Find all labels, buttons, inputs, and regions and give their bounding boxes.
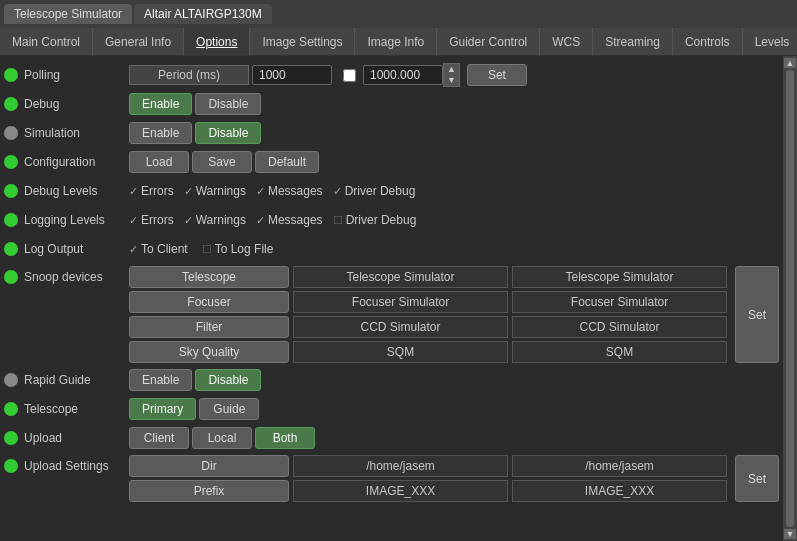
rapid-guide-disable-btn[interactable]: Disable <box>195 369 261 391</box>
rapid-guide-row: Rapid Guide Enable Disable <box>4 367 779 393</box>
upload-dir-btn[interactable]: Dir <box>129 455 289 477</box>
upload-local-btn[interactable]: Local <box>192 427 252 449</box>
snoop-skyquality-btn[interactable]: Sky Quality <box>129 341 289 363</box>
simulation-indicator <box>4 126 18 140</box>
upload-col3: /home/jasem IMAGE_XXX <box>512 455 727 502</box>
upload-indicator <box>4 431 18 445</box>
polling-controls: Period (ms) ▲ ▼ Set <box>129 63 779 87</box>
configuration-controls: Load Save Default <box>129 151 779 173</box>
rapid-guide-enable-btn[interactable]: Enable <box>129 369 192 391</box>
snoop-set-btn[interactable]: Set <box>735 266 779 363</box>
snoop-telescope-btn[interactable]: Telescope <box>129 266 289 288</box>
spin-down[interactable]: ▼ <box>444 75 459 86</box>
polling-set-btn[interactable]: Set <box>467 64 527 86</box>
telescope-label: Telescope <box>24 402 129 416</box>
telescope-indicator <box>4 402 18 416</box>
snoop-devices-label: Snoop devices <box>24 270 129 284</box>
log-to-client[interactable]: ✓ To Client <box>129 242 188 256</box>
snoop-focuser-btn[interactable]: Focuser <box>129 291 289 313</box>
tab-image-settings[interactable]: Image Settings <box>250 28 355 55</box>
debug-enable-btn[interactable]: Enable <box>129 93 192 115</box>
rapid-guide-label: Rapid Guide <box>24 373 129 387</box>
polling-value-input[interactable] <box>252 65 332 85</box>
configuration-label: Configuration <box>24 155 129 169</box>
debug-row: Debug Enable Disable <box>4 91 779 117</box>
config-default-btn[interactable]: Default <box>255 151 319 173</box>
main-scroll-area[interactable]: Polling Period (ms) ▲ ▼ Set Debug <box>0 56 783 541</box>
upload-settings-row: Upload Settings Dir Prefix /home/jasem I… <box>4 455 779 502</box>
polling-spinbox[interactable]: ▲ ▼ <box>443 63 460 87</box>
period-label: Period (ms) <box>129 65 249 85</box>
logging-levels-label: Logging Levels <box>24 213 129 227</box>
tab-image-info[interactable]: Image Info <box>355 28 437 55</box>
telescope-guide-btn[interactable]: Guide <box>199 398 259 420</box>
title-bar: Telescope Simulator Altair ALTAIRGP130M <box>0 0 797 28</box>
polling-spin-value[interactable] <box>363 65 443 85</box>
upload-dir-col3: /home/jasem <box>512 455 727 477</box>
upload-prefix-btn[interactable]: Prefix <box>129 480 289 502</box>
tab-options[interactable]: Options <box>184 28 250 55</box>
scroll-up-btn[interactable]: ▲ <box>784 58 796 68</box>
logging-driver-debug[interactable]: ☐ Driver Debug <box>333 213 417 227</box>
snoop-skyquality-col2: SQM <box>293 341 508 363</box>
scroll-thumb[interactable] <box>786 70 794 527</box>
tab-guider-control[interactable]: Guider Control <box>437 28 540 55</box>
log-output-label: Log Output <box>24 242 129 256</box>
upload-both-btn[interactable]: Both <box>255 427 315 449</box>
logging-levels-controls: ✓ Errors ✓ Warnings ✓ Messages ☐ Driver … <box>129 213 779 227</box>
upload-btn-col: Dir Prefix <box>129 455 289 502</box>
log-to-file[interactable]: ☐ To Log File <box>202 242 274 256</box>
rapid-guide-controls: Enable Disable <box>129 369 779 391</box>
scrollbar[interactable]: ▲ ▼ <box>783 56 797 541</box>
debug-levels-row: Debug Levels ✓ Errors ✓ Warnings ✓ Messa… <box>4 178 779 204</box>
content-area: Polling Period (ms) ▲ ▼ Set Debug <box>0 56 797 541</box>
polling-indicator <box>4 68 18 82</box>
upload-settings-controls: Dir Prefix /home/jasem IMAGE_XXX /home/j… <box>129 455 779 502</box>
logging-messages[interactable]: ✓ Messages <box>256 213 323 227</box>
simulation-row: Simulation Enable Disable <box>4 120 779 146</box>
simulation-enable-btn[interactable]: Enable <box>129 122 192 144</box>
upload-set-col: Set <box>735 455 779 502</box>
logging-errors[interactable]: ✓ Errors <box>129 213 174 227</box>
configuration-row: Configuration Load Save Default <box>4 149 779 175</box>
tab-main-control[interactable]: Main Control <box>0 28 93 55</box>
upload-set-btn[interactable]: Set <box>735 455 779 502</box>
snoop-col2: Telescope Simulator Focuser Simulator CC… <box>293 266 508 363</box>
debug-levels-controls: ✓ Errors ✓ Warnings ✓ Messages ✓ Driver … <box>129 184 779 198</box>
telescope-row: Telescope Primary Guide <box>4 396 779 422</box>
spin-up[interactable]: ▲ <box>444 64 459 75</box>
debug-warnings[interactable]: ✓ Warnings <box>184 184 246 198</box>
debug-driver-debug[interactable]: ✓ Driver Debug <box>333 184 416 198</box>
polling-row: Polling Period (ms) ▲ ▼ Set <box>4 62 779 88</box>
telescope-primary-btn[interactable]: Primary <box>129 398 196 420</box>
title-tab-telescope[interactable]: Telescope Simulator <box>4 4 132 24</box>
tab-wcs[interactable]: WCS <box>540 28 593 55</box>
tab-general-info[interactable]: General Info <box>93 28 184 55</box>
upload-client-btn[interactable]: Client <box>129 427 189 449</box>
telescope-controls: Primary Guide <box>129 398 779 420</box>
logging-warnings[interactable]: ✓ Warnings <box>184 213 246 227</box>
debug-errors[interactable]: ✓ Errors <box>129 184 174 198</box>
snoop-focuser-col3: Focuser Simulator <box>512 291 727 313</box>
nav-bar: Main Control General Info Options Image … <box>0 28 797 56</box>
snoop-set-col: Set <box>735 266 779 363</box>
rapid-guide-indicator <box>4 373 18 387</box>
config-save-btn[interactable]: Save <box>192 151 252 173</box>
debug-disable-btn[interactable]: Disable <box>195 93 261 115</box>
config-load-btn[interactable]: Load <box>129 151 189 173</box>
snoop-filter-btn[interactable]: Filter <box>129 316 289 338</box>
snoop-filter-col3: CCD Simulator <box>512 316 727 338</box>
tab-streaming[interactable]: Streaming <box>593 28 673 55</box>
debug-messages[interactable]: ✓ Messages <box>256 184 323 198</box>
title-tab-altair[interactable]: Altair ALTAIRGP130M <box>134 4 272 24</box>
simulation-disable-btn[interactable]: Disable <box>195 122 261 144</box>
polling-checkbox[interactable] <box>343 69 356 82</box>
upload-prefix-col2: IMAGE_XXX <box>293 480 508 502</box>
tab-controls[interactable]: Controls <box>673 28 743 55</box>
debug-levels-indicator <box>4 184 18 198</box>
tab-levels[interactable]: Levels <box>743 28 797 55</box>
snoop-telescope-col3: Telescope Simulator <box>512 266 727 288</box>
upload-col2: /home/jasem IMAGE_XXX <box>293 455 508 502</box>
scroll-down-btn[interactable]: ▼ <box>784 529 796 539</box>
configuration-indicator <box>4 155 18 169</box>
